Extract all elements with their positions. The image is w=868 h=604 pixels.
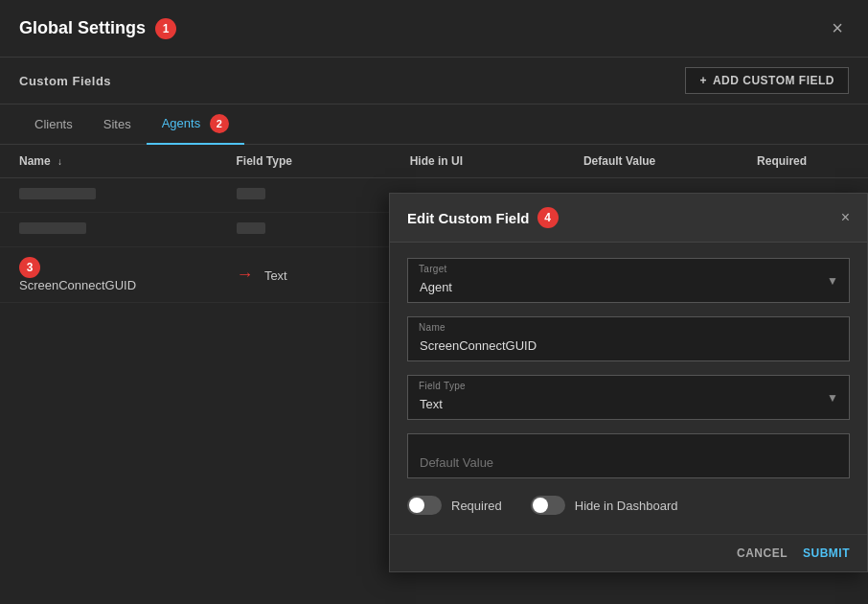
required-toggle[interactable] bbox=[407, 496, 442, 515]
modal-close-button[interactable]: × bbox=[826, 15, 849, 41]
edit-panel-badge: 4 bbox=[537, 207, 559, 228]
edit-panel-title: Edit Custom Field bbox=[407, 210, 530, 226]
row2-fieldtype bbox=[217, 213, 391, 247]
name-input[interactable] bbox=[407, 316, 850, 361]
blurred-name-1 bbox=[19, 188, 96, 199]
name-label: Name bbox=[419, 322, 445, 333]
hide-dashboard-toggle-label: Hide in Dashboard bbox=[575, 499, 678, 513]
col-field-type: Field Type bbox=[217, 145, 391, 178]
add-custom-field-button[interactable]: + ADD CUSTOM FIELD bbox=[685, 67, 849, 94]
field-type-label: Field Type bbox=[419, 381, 466, 391]
toggles-row: Required Hide in Dashboard bbox=[407, 492, 850, 519]
submit-button[interactable]: SUBMIT bbox=[803, 546, 850, 560]
col-name: Name ↓ bbox=[0, 145, 217, 178]
sort-icon: ↓ bbox=[57, 156, 62, 167]
table-area: Name ↓ Field Type Hide in UI Default Val… bbox=[0, 145, 868, 604]
edit-panel-close-button[interactable]: × bbox=[841, 209, 850, 226]
col-hide-in-ui: Hide in UI bbox=[391, 145, 564, 178]
required-toggle-knob bbox=[409, 498, 424, 513]
edit-panel-title-area: Edit Custom Field 4 bbox=[407, 207, 559, 228]
blurred-name-2 bbox=[19, 222, 86, 234]
tab-sites-label: Sites bbox=[103, 117, 131, 131]
target-select[interactable]: Agent bbox=[407, 258, 850, 303]
tabs-row: Clients Sites Agents 2 bbox=[0, 105, 868, 145]
hide-dashboard-toggle-item: Hide in Dashboard bbox=[531, 496, 678, 515]
add-custom-field-label: ADD CUSTOM FIELD bbox=[713, 74, 834, 87]
row3-name: 3 ScreenConnectGUID bbox=[0, 247, 217, 303]
row1-name bbox=[0, 178, 217, 213]
target-field-group: Target Agent ▼ bbox=[407, 258, 850, 303]
hide-dashboard-toggle-knob bbox=[533, 498, 548, 513]
row1-fieldtype bbox=[217, 178, 391, 213]
toolbar-label: Custom Fields bbox=[19, 74, 111, 88]
tab-clients[interactable]: Clients bbox=[19, 107, 88, 143]
modal-title-area: Global Settings 1 bbox=[19, 18, 176, 39]
tab-agents-label: Agents bbox=[162, 116, 200, 130]
tab-agents-badge: 2 bbox=[210, 114, 229, 133]
table-header-row: Name ↓ Field Type Hide in UI Default Val… bbox=[0, 145, 868, 178]
modal-header: Global Settings 1 × bbox=[0, 0, 868, 58]
row3-fieldtype-text: Text bbox=[264, 268, 287, 283]
default-value-group bbox=[407, 433, 850, 478]
edit-panel-header: Edit Custom Field 4 × bbox=[390, 194, 867, 243]
required-toggle-item: Required bbox=[407, 496, 502, 515]
default-value-input[interactable] bbox=[407, 433, 850, 478]
edit-panel-body: Target Agent ▼ Name Field Type bbox=[390, 243, 867, 534]
field-type-group: Field Type Text ▼ bbox=[407, 375, 850, 420]
modal-main: Global Settings 1 × Custom Fields + ADD … bbox=[0, 0, 868, 604]
col-default-value: Default Value bbox=[564, 145, 738, 178]
row3-arrow: → bbox=[237, 265, 254, 285]
edit-custom-field-panel: Edit Custom Field 4 × Target Agent ▼ bbox=[389, 193, 868, 572]
modal-overlay: Global Settings 1 × Custom Fields + ADD … bbox=[0, 0, 868, 604]
toolbar: Custom Fields + ADD CUSTOM FIELD bbox=[0, 58, 868, 105]
hide-dashboard-toggle[interactable] bbox=[531, 496, 565, 515]
row3-badge: 3 bbox=[19, 257, 40, 278]
row2-name bbox=[0, 213, 217, 247]
field-type-select[interactable]: Text bbox=[407, 375, 850, 420]
plus-icon: + bbox=[699, 74, 707, 87]
target-label: Target bbox=[419, 264, 447, 274]
blurred-type-1 bbox=[237, 188, 265, 199]
modal-title-badge: 1 bbox=[155, 18, 176, 39]
tab-agents[interactable]: Agents 2 bbox=[147, 105, 244, 145]
row3-name-text: ScreenConnectGUID bbox=[19, 278, 136, 292]
name-field-group: Name bbox=[407, 316, 850, 361]
col-required: Required bbox=[738, 145, 868, 178]
cancel-button[interactable]: CANCEL bbox=[737, 546, 788, 560]
blurred-type-2 bbox=[237, 222, 265, 234]
edit-panel-footer: CANCEL SUBMIT bbox=[390, 534, 867, 571]
modal-title: Global Settings bbox=[19, 18, 146, 38]
row3-fieldtype: → Text bbox=[217, 247, 391, 303]
required-toggle-label: Required bbox=[451, 499, 502, 513]
tab-sites[interactable]: Sites bbox=[88, 107, 147, 143]
tab-clients-label: Clients bbox=[34, 117, 73, 131]
